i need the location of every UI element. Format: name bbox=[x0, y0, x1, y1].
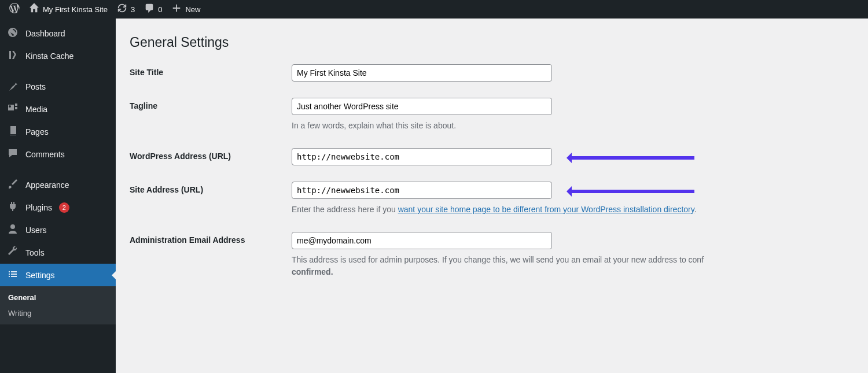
sidebar-label: Media bbox=[25, 105, 47, 114]
sidebar-item-comments[interactable]: Comments bbox=[0, 143, 116, 165]
sidebar-item-kinsta-cache[interactable]: Kinsta Cache bbox=[0, 45, 116, 67]
plugin-icon bbox=[7, 201, 19, 214]
label-wp-url: WordPress Address (URL) bbox=[130, 148, 292, 161]
site-name-text: My First Kinsta Site bbox=[43, 5, 108, 14]
submenu-item-general[interactable]: General bbox=[0, 290, 116, 305]
media-icon bbox=[7, 102, 19, 116]
pin-icon bbox=[7, 80, 19, 93]
sidebar-item-users[interactable]: Users bbox=[0, 219, 116, 241]
page-title: General Settings bbox=[130, 35, 854, 50]
tagline-description: In a few words, explain what this site i… bbox=[292, 120, 854, 132]
comments-count: 0 bbox=[158, 5, 162, 14]
sidebar-label: Users bbox=[25, 226, 47, 235]
sidebar-item-plugins[interactable]: Plugins 2 bbox=[0, 196, 116, 219]
sidebar-item-pages[interactable]: Pages bbox=[0, 120, 116, 143]
sidebar-label: Plugins bbox=[25, 203, 52, 212]
row-wp-url: WordPress Address (URL) bbox=[130, 148, 854, 165]
row-admin-email: Administration Email Address This addres… bbox=[130, 232, 854, 278]
sidebar-label: Dashboard bbox=[25, 29, 65, 38]
comments-link[interactable]: 0 bbox=[139, 0, 167, 19]
update-icon bbox=[117, 3, 127, 16]
updates-link[interactable]: 3 bbox=[112, 0, 139, 19]
sidebar-label: Kinsta Cache bbox=[25, 51, 73, 61]
submenu-item-writing[interactable]: Writing bbox=[0, 305, 116, 321]
sidebar-item-dashboard[interactable]: Dashboard bbox=[0, 22, 116, 45]
user-icon bbox=[7, 223, 19, 237]
wordpress-icon bbox=[9, 3, 20, 16]
sidebar-label: Tools bbox=[25, 248, 45, 257]
plugins-update-badge: 2 bbox=[59, 202, 69, 213]
sidebar-item-appearance[interactable]: Appearance bbox=[0, 173, 116, 196]
sidebar-item-media[interactable]: Media bbox=[0, 98, 116, 120]
sidebar-label: Comments bbox=[25, 150, 65, 159]
label-admin-email: Administration Email Address bbox=[130, 232, 292, 245]
sidebar-label: Pages bbox=[25, 127, 49, 136]
site-title-input[interactable] bbox=[292, 64, 552, 82]
comments-icon bbox=[144, 3, 155, 16]
admin-sidebar: Dashboard Kinsta Cache Posts Media Pages bbox=[0, 19, 116, 373]
label-tagline: Tagline bbox=[130, 98, 292, 110]
sidebar-label: Posts bbox=[25, 82, 46, 91]
sidebar-label: Settings bbox=[25, 271, 55, 280]
new-content-link[interactable]: New bbox=[167, 0, 205, 19]
home-icon bbox=[29, 3, 39, 16]
label-site-title: Site Title bbox=[130, 64, 292, 77]
annotation-arrow bbox=[561, 154, 694, 162]
new-content-label: New bbox=[185, 5, 200, 14]
settings-icon bbox=[7, 268, 19, 282]
wrench-icon bbox=[7, 246, 19, 259]
pages-icon bbox=[7, 125, 19, 138]
sidebar-label: Appearance bbox=[25, 180, 69, 190]
row-tagline: Tagline In a few words, explain what thi… bbox=[130, 98, 854, 132]
sidebar-item-posts[interactable]: Posts bbox=[0, 75, 116, 98]
wp-logo[interactable] bbox=[5, 0, 24, 19]
plus-icon bbox=[171, 3, 182, 16]
wp-url-input[interactable] bbox=[292, 148, 552, 165]
site-url-description: Enter the address here if you want your … bbox=[292, 204, 854, 216]
site-name-link[interactable]: My First Kinsta Site bbox=[24, 0, 112, 19]
brush-icon bbox=[7, 178, 19, 191]
tagline-input[interactable] bbox=[292, 98, 552, 115]
sidebar-separator bbox=[0, 67, 116, 75]
sidebar-separator bbox=[0, 165, 116, 173]
admin-bar: My First Kinsta Site 3 0 New bbox=[0, 0, 868, 19]
site-url-input[interactable] bbox=[292, 182, 552, 199]
sidebar-item-settings[interactable]: Settings bbox=[0, 264, 116, 286]
dashboard-icon bbox=[7, 27, 19, 40]
annotation-arrow bbox=[561, 187, 694, 195]
admin-email-description: This address is used for admin purposes.… bbox=[292, 254, 854, 278]
updates-count: 3 bbox=[131, 5, 135, 14]
sidebar-item-tools[interactable]: Tools bbox=[0, 241, 116, 264]
admin-email-input[interactable] bbox=[292, 232, 552, 249]
row-site-title: Site Title bbox=[130, 64, 854, 82]
site-url-help-link[interactable]: want your site home page to be different… bbox=[398, 205, 694, 214]
main-content: General Settings Site Title Tagline In a… bbox=[116, 19, 868, 373]
label-site-url: Site Address (URL) bbox=[130, 182, 292, 194]
row-site-url: Site Address (URL) Enter the address her… bbox=[130, 182, 854, 216]
kinsta-icon bbox=[7, 49, 19, 62]
settings-submenu: General Writing bbox=[0, 286, 116, 324]
comment-icon bbox=[7, 147, 19, 161]
